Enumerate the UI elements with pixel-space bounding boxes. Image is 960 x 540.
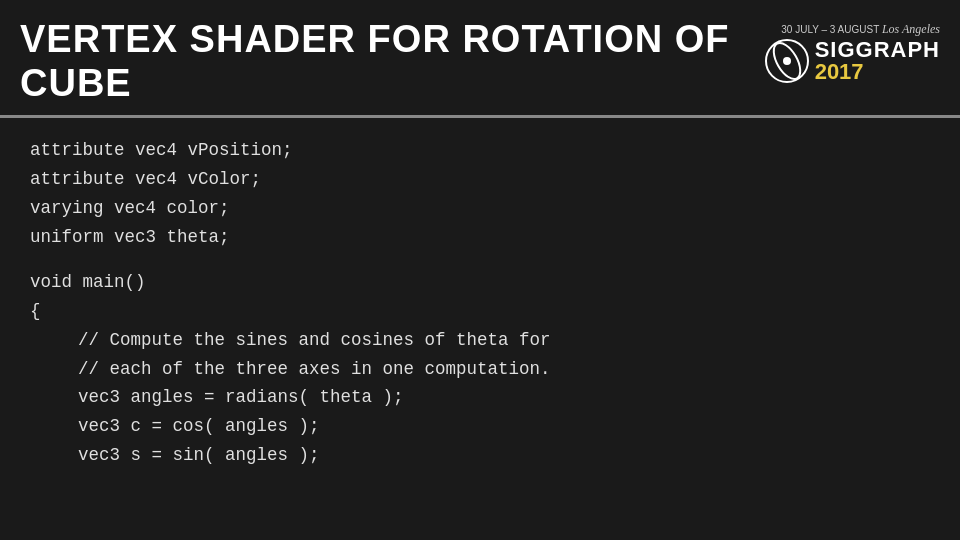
declarations-section: attribute vec4 vPosition; attribute vec4… (30, 136, 930, 252)
svg-point-2 (783, 57, 791, 65)
logo-text: SIGGRAPH 2017 (815, 39, 940, 83)
logo-area: 30 JULY – 3 AUGUST Los Angeles SIGGRAPH … (765, 18, 940, 83)
angles-line: vec3 angles = radians( theta ); (30, 383, 930, 412)
brace-open: { (30, 297, 930, 326)
main-open: void main() (30, 268, 930, 297)
logo-date: 30 JULY – 3 AUGUST Los Angeles (781, 22, 940, 37)
main-section: void main() { // Compute the sines and c… (30, 268, 930, 470)
siggraph-year: 2017 (815, 61, 940, 83)
title-line1: VERTEX SHADER FOR ROTATION OF (20, 18, 730, 62)
siggraph-circle-icon (765, 39, 809, 83)
slide: VERTEX SHADER FOR ROTATION OF CUBE 30 JU… (0, 0, 960, 540)
cos-line: vec3 c = cos( angles ); (30, 412, 930, 441)
decl-line-3: varying vec4 color; (30, 194, 930, 223)
decl-line-1: attribute vec4 vPosition; (30, 136, 930, 165)
decl-line-2: attribute vec4 vColor; (30, 165, 930, 194)
title-line2: CUBE (20, 62, 730, 106)
header-divider (0, 115, 960, 118)
comment-line-1: // Compute the sines and cosines of thet… (30, 326, 930, 355)
siggraph-brand: SIGGRAPH (815, 39, 940, 61)
decl-line-4: uniform vec3 theta; (30, 223, 930, 252)
code-block: attribute vec4 vPosition; attribute vec4… (0, 136, 960, 470)
siggraph-logo: SIGGRAPH 2017 (765, 39, 940, 83)
header: VERTEX SHADER FOR ROTATION OF CUBE 30 JU… (0, 0, 960, 115)
sin-line: vec3 s = sin( angles ); (30, 441, 930, 470)
slide-title: VERTEX SHADER FOR ROTATION OF CUBE (20, 18, 730, 105)
comment-line-2: // each of the three axes in one computa… (30, 355, 930, 384)
